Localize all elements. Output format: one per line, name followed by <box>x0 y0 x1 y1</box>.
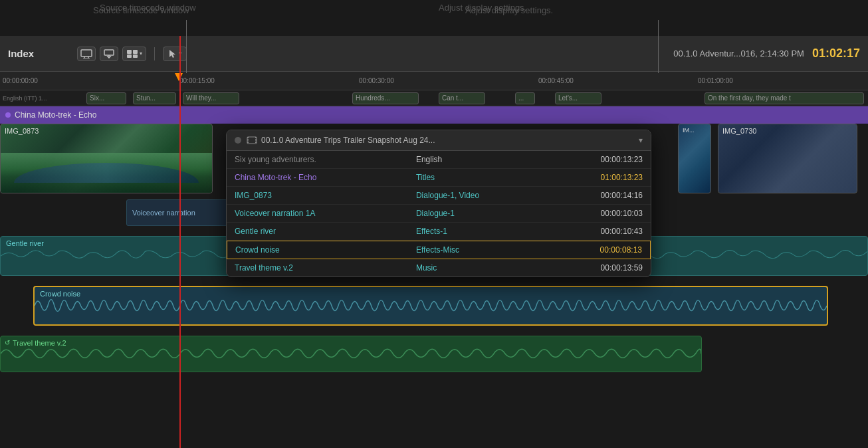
cursor-icon <box>168 49 177 58</box>
annotation-adjust-display-label: Adjust display settings. <box>439 3 526 13</box>
video-clip-label-img0873: IMG_0873 <box>5 127 39 135</box>
callout-line-adjust <box>658 20 659 73</box>
popup-row-4-name: Voiceover narration 1A <box>235 209 416 218</box>
popup-row-2[interactable]: China Moto-trek - Echo Titles 01:00:13:2… <box>227 169 651 187</box>
popup-expand-icon[interactable]: ▾ <box>639 136 643 145</box>
popup-row-7-time: 00:00:13:59 <box>552 263 643 273</box>
video-clip-img0730[interactable]: IMG_0730 <box>718 124 857 193</box>
ruler-mark-2: 00:00:30:00 <box>359 77 394 84</box>
svg-rect-0 <box>81 50 92 56</box>
monitor-icon <box>80 49 92 58</box>
project-timecode: 00.1.0 Adventur...016, 2:14:30 PM <box>673 49 804 58</box>
current-timecode: 01:02:17 <box>812 47 860 60</box>
subtitle-segment-6[interactable]: ... <box>515 92 535 104</box>
svg-rect-15 <box>255 137 257 138</box>
popup-title-text: 00.1.0 Adventure Trips Trailer Snapshot … <box>261 136 435 145</box>
popup-row-2-time: 01:00:13:23 <box>552 173 643 182</box>
popup-row-4-time: 00:00:10:03 <box>552 209 643 218</box>
annotation-source-timecode-label: Source timecode window <box>100 3 196 13</box>
popup-row-1[interactable]: Six young adventurers. English 00:00:13:… <box>227 151 651 169</box>
subtitle-segment-7[interactable]: Let's... <box>555 92 601 104</box>
svg-marker-10 <box>169 50 175 58</box>
video-clip-label-im: IM... <box>683 127 695 134</box>
title-track[interactable]: China Moto-trek - Echo <box>0 106 868 124</box>
popup-row-3-name: IMG_0873 <box>235 191 416 200</box>
cursor-button[interactable]: ▾ <box>163 47 187 61</box>
popup-close-dot[interactable] <box>235 137 241 144</box>
timeline-ruler: 00:00:00:00 00:00:15:00 00:00:30:00 00:0… <box>0 72 868 90</box>
popup-header: 00.1.0 Adventure Trips Trailer Snapshot … <box>227 130 651 151</box>
popup-row-1-name: Six young adventurers. <box>235 155 416 164</box>
toolbar-icons: ▾ ▾ <box>77 47 187 61</box>
gentle-river-label: Gentle river <box>6 239 44 247</box>
layout-button[interactable]: ▾ <box>122 47 146 61</box>
travel-theme-waveform <box>1 336 701 372</box>
ruler-mark-1: 00:00:15:00 <box>179 77 215 84</box>
svg-rect-4 <box>104 50 114 55</box>
subtitle-segment-5[interactable]: Can t... <box>439 92 485 104</box>
popup-row-5-role: Effects-1 <box>416 227 552 236</box>
popup-row-5-time: 00:00:10:43 <box>552 227 643 236</box>
popup-row-1-time: 00:00:13:23 <box>552 155 643 164</box>
popup-row-4-role: Dialogue-1 <box>416 209 552 218</box>
svg-rect-13 <box>247 140 249 141</box>
import-button[interactable] <box>100 47 118 61</box>
title-track-dot <box>5 112 11 118</box>
toolbar: Index ▾ <box>0 36 868 72</box>
ruler-mark-3: 00:00:45:00 <box>538 77 574 84</box>
travel-theme-track[interactable]: ↺ Travel theme v.2 <box>0 336 702 372</box>
subtitle-track-label: English (ITT) 1... <box>3 95 47 102</box>
popup-row-7-name: Travel theme v.2 <box>235 263 416 273</box>
video-clip-label-img0730: IMG_0730 <box>722 127 756 135</box>
subtitle-segment-1[interactable]: Six... <box>86 92 126 104</box>
popup-row-6[interactable]: Crowd noise Effects-Misc 00:00:08:13 <box>227 241 651 259</box>
popup-row-7-role: Music <box>416 263 552 273</box>
ruler-mark-4: 00:01:00:00 <box>698 77 733 84</box>
callout-line-source <box>186 20 187 73</box>
popup-row-3-role: Dialogue-1, Video <box>416 191 552 200</box>
toolbar-separator-1 <box>154 47 155 60</box>
title-track-label: China Moto-trek - Echo <box>15 110 96 120</box>
popup-row-6-time: 00:00:08:13 <box>552 245 642 255</box>
ruler-mark-0: 00:00:00:00 <box>3 77 38 84</box>
svg-rect-7 <box>133 50 138 54</box>
subtitle-segment-4[interactable]: Hundreds... <box>352 92 419 104</box>
popup-row-2-role: Titles <box>416 173 552 182</box>
film-icon <box>247 136 257 144</box>
svg-rect-16 <box>255 140 257 141</box>
popup-row-5-name: Gentle river <box>235 227 416 236</box>
travel-theme-label: Travel theme v.2 <box>13 339 66 347</box>
svg-rect-14 <box>247 142 249 143</box>
subtitle-segment-8[interactable]: On the first day, they made t <box>705 92 864 104</box>
subtitle-track[interactable]: English (ITT) 1... Six... Stun... Will t… <box>0 90 868 106</box>
monitor-button[interactable] <box>77 47 96 61</box>
layout-icon <box>126 49 138 58</box>
svg-rect-6 <box>127 50 132 54</box>
popup-row-5[interactable]: Gentle river Effects-1 00:00:10:43 <box>227 223 651 241</box>
import-icon <box>104 49 114 58</box>
crowd-noise-waveform <box>35 287 827 324</box>
video-clip-img0873[interactable]: IMG_0873 <box>0 124 213 193</box>
subtitle-segment-3[interactable]: Will they... <box>183 92 239 104</box>
svg-rect-17 <box>255 142 257 143</box>
narration-label: Voiceover narration <box>132 209 195 217</box>
playhead-triangle <box>175 73 183 81</box>
popup-row-6-name: Crowd noise <box>235 245 416 255</box>
popup-row-3-time: 00:00:14:16 <box>552 191 643 200</box>
layout-dropdown-arrow: ▾ <box>140 51 142 56</box>
popup-row-4[interactable]: Voiceover narration 1A Dialogue-1 00:00:… <box>227 205 651 223</box>
svg-rect-8 <box>127 55 132 58</box>
popup-title: 00.1.0 Adventure Trips Trailer Snapshot … <box>247 136 633 145</box>
popup-row-3[interactable]: IMG_0873 Dialogue-1, Video 00:00:14:16 <box>227 187 651 205</box>
playhead-line <box>179 36 181 448</box>
crowd-noise-track[interactable]: Crowd noise <box>33 286 828 326</box>
popup-row-7[interactable]: Travel theme v.2 Music 00:00:13:59 <box>227 259 651 277</box>
video-clip-im[interactable]: IM... <box>678 124 711 193</box>
popup-overlay[interactable]: 00.1.0 Adventure Trips Trailer Snapshot … <box>226 130 651 277</box>
popup-row-1-role: English <box>416 155 552 164</box>
popup-row-6-role: Effects-Misc <box>416 245 552 255</box>
subtitle-segment-2[interactable]: Stun... <box>133 92 176 104</box>
popup-row-2-name: China Moto-trek - Echo <box>235 173 416 182</box>
svg-rect-11 <box>247 137 257 144</box>
svg-rect-9 <box>133 55 138 58</box>
